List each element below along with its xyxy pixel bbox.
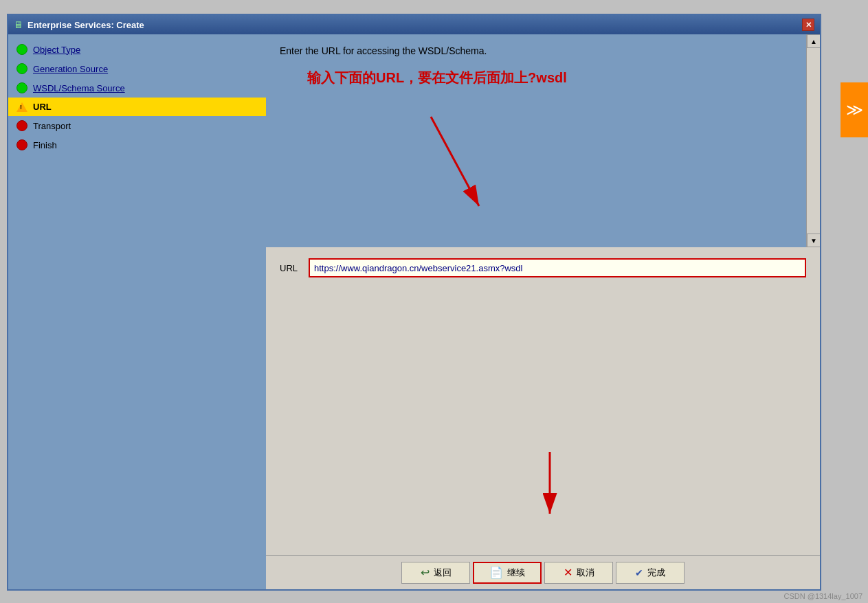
cancel-label: 取消 (577, 567, 594, 579)
back-button[interactable]: ↩ 返回 (401, 562, 470, 584)
window-icon: 🖥 (14, 19, 23, 30)
cancel-button[interactable]: ✕ 取消 (544, 562, 613, 584)
watermark-text: CSDN @1314lay_1007 (783, 592, 863, 600)
sidebar-item-label-2: Generation Source (33, 64, 108, 74)
sidebar-item-label-url: URL (33, 102, 52, 112)
back-label: 返回 (434, 567, 452, 579)
window-title: Enterprise Services: Create (27, 20, 144, 30)
continue-icon: 📄 (489, 566, 503, 579)
status-dot-red (16, 120, 27, 131)
dialog-body: Object Type Generation Source WSDL/Schem… (8, 34, 820, 589)
sidebar-item-transport[interactable]: Transport (8, 116, 266, 135)
finish-label: 完成 (647, 567, 665, 579)
sidebar-item-generation-source[interactable]: Generation Source (8, 59, 266, 78)
continue-button[interactable]: 📄 继续 (473, 562, 542, 584)
arrow-indicator (390, 103, 527, 240)
continue-label: 继续 (507, 567, 525, 579)
status-dot-green-3 (16, 82, 27, 93)
title-bar-left: 🖥 Enterprise Services: Create (14, 19, 144, 30)
sidebar-item-label-transport: Transport (33, 121, 71, 131)
status-dot-green (16, 44, 27, 55)
title-bar: 🖥 Enterprise Services: Create ✕ (8, 15, 820, 34)
sidebar-item-label-3: WSDL/Schema Source (33, 83, 125, 93)
middle-area (266, 288, 820, 555)
warning-triangle-icon (16, 102, 27, 112)
instruction-text: Enter the URL for accessing the WSDL/Sch… (280, 45, 487, 56)
sidebar-item-label: Object Type (33, 45, 80, 55)
sidebar-item-url[interactable]: URL (8, 98, 266, 116)
scroll-up-button[interactable]: ▲ (807, 34, 820, 48)
finish-button[interactable]: ✔ 完成 (616, 562, 685, 584)
scroll-buttons: ▲ ▼ (806, 34, 820, 247)
sidebar-item-finish[interactable]: Finish (8, 135, 266, 155)
url-label: URL (280, 263, 300, 273)
close-button[interactable]: ✕ (802, 19, 814, 31)
svg-line-1 (431, 117, 479, 206)
sidebar-item-label-finish: Finish (33, 140, 57, 150)
top-instruction-area: Enter the URL for accessing the WSDL/Sch… (266, 34, 820, 247)
continue-arrow (515, 452, 584, 534)
cancel-icon: ✕ (564, 566, 572, 579)
url-input[interactable] (309, 258, 806, 277)
content-area: Enter the URL for accessing the WSDL/Sch… (266, 34, 820, 589)
main-dialog: 🖥 Enterprise Services: Create ✕ Object T… (7, 14, 821, 591)
back-icon: ↩ (421, 566, 430, 579)
sidebar-item-object-type[interactable]: Object Type (8, 40, 266, 59)
annotation-text: 输入下面的URL，要在文件后面加上?wsdl (307, 69, 567, 87)
url-row: URL (266, 247, 820, 288)
status-dot-green-2 (16, 63, 27, 74)
finish-icon: ✔ (635, 567, 643, 578)
bottom-toolbar: ↩ 返回 📄 继续 ✕ 取消 ✔ 完成 (266, 555, 820, 589)
sidebar-item-wsdl-schema[interactable]: WSDL/Schema Source (8, 78, 266, 98)
sidebar: Object Type Generation Source WSDL/Schem… (8, 34, 266, 589)
status-dot-red-2 (16, 139, 27, 150)
scroll-down-button[interactable]: ▼ (807, 234, 820, 247)
orange-side-panel[interactable]: ≫ (841, 82, 868, 137)
